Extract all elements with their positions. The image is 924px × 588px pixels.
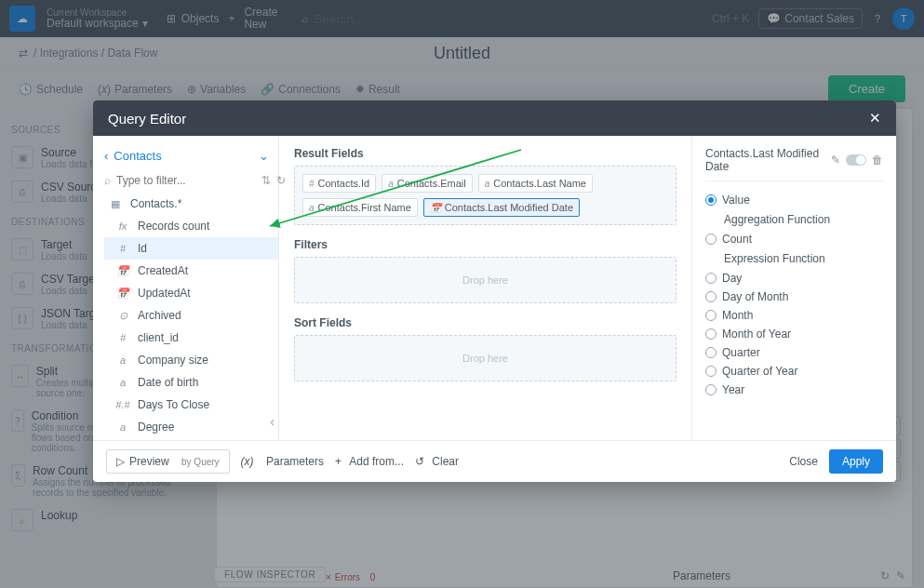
type-icon: a — [115, 421, 130, 433]
field-label: Archived — [138, 309, 181, 322]
field-toggle[interactable] — [846, 154, 866, 166]
filter-input[interactable] — [116, 174, 256, 187]
sort-fields-heading: Sort Fields — [294, 316, 676, 329]
radio-option[interactable]: Month of Year — [705, 325, 883, 343]
modal-header: Query Editor ✕ — [93, 100, 896, 136]
field-row[interactable]: #.#Days To Close — [104, 394, 278, 416]
parameters-link[interactable]: (x) Parameters — [241, 455, 324, 468]
apply-button[interactable]: Apply — [829, 449, 883, 474]
result-field-pill[interactable]: 📅Contacts.Last Modified Date — [423, 198, 580, 217]
field-row[interactable]: #client_id — [104, 327, 278, 349]
radio-option[interactable]: Year — [705, 381, 883, 399]
delete-icon[interactable]: 🗑 — [872, 154, 883, 167]
field-row[interactable]: 📅CreatedAt — [104, 260, 278, 282]
field-row[interactable]: aFavorite Content Topics — [104, 438, 278, 440]
field-row[interactable]: fxRecords count — [104, 215, 278, 237]
field-label: Date of birth — [138, 376, 198, 389]
radio-option[interactable]: Day — [705, 269, 883, 287]
type-icon: a — [115, 354, 130, 366]
radio-option[interactable]: Quarter of Year — [705, 362, 883, 381]
result-field-pill[interactable]: aContacts.Last Name — [478, 174, 593, 193]
result-fields-dropzone[interactable]: #Contacts.IdaContacts.EmailaContacts.Las… — [294, 166, 676, 225]
collapse-panel-icon[interactable]: ‹ — [270, 414, 275, 429]
field-label: Company size — [138, 354, 208, 367]
field-row[interactable]: 📅UpdatedAt — [104, 282, 278, 304]
modal-title: Query Editor — [108, 111, 186, 127]
field-row[interactable]: aDate of birth — [104, 371, 278, 394]
preview-button[interactable]: ▷Preview by Query — [106, 449, 230, 474]
close-button[interactable]: Close — [789, 455, 818, 468]
field-row[interactable]: ⊙Archived — [104, 304, 278, 327]
filters-dropzone[interactable]: Drop here — [294, 257, 676, 303]
type-icon: #.# — [115, 399, 130, 410]
fields-tree-panel: ‹Contacts ⌄ ⌕ ⇅ ↻ ▦ Contacts.* fxRecords… — [93, 136, 279, 440]
field-label: UpdatedAt — [138, 287, 191, 300]
field-row[interactable]: aCompany size — [104, 349, 278, 371]
type-icon: a — [388, 179, 394, 189]
radio-count[interactable]: Count — [705, 230, 883, 248]
query-editor-modal: Query Editor ✕ ‹Contacts ⌄ ⌕ ⇅ ↻ ▦ Conta… — [93, 100, 896, 482]
radio-option[interactable]: Day of Month — [705, 287, 883, 306]
field-label: client_id — [138, 331, 179, 344]
edit-icon[interactable]: ✎ — [831, 154, 840, 167]
object-root[interactable]: ▦ Contacts.* — [104, 193, 278, 215]
sort-fields-dropzone[interactable]: Drop here — [294, 335, 676, 381]
type-icon: # — [115, 243, 130, 254]
search-icon: ⌕ — [104, 174, 111, 187]
expression-fn-label: Expression Function — [705, 248, 883, 269]
type-icon: 📅 — [115, 265, 130, 277]
chevron-down-icon: ⌄ — [259, 149, 269, 163]
type-icon: # — [115, 332, 130, 343]
type-icon: ⊙ — [115, 310, 130, 322]
radio-option[interactable]: Quarter — [705, 343, 883, 362]
table-icon: ▦ — [108, 198, 123, 210]
field-label: Records count — [138, 220, 209, 233]
filters-heading: Filters — [294, 238, 676, 251]
type-icon: # — [309, 179, 315, 189]
query-builder-panel: Result Fields #Contacts.IdaContacts.Emai… — [279, 136, 691, 440]
filter-row: ⌕ ⇅ ↻ — [104, 170, 278, 193]
result-field-pill[interactable]: aContacts.First Name — [302, 198, 418, 217]
type-icon: 📅 — [115, 287, 130, 300]
result-field-pill[interactable]: #Contacts.Id — [302, 174, 376, 193]
aggregation-fn-label: Aggregation Function — [705, 209, 883, 230]
result-fields-heading: Result Fields — [294, 147, 676, 160]
result-field-pill[interactable]: aContacts.Email — [382, 174, 473, 193]
field-row[interactable]: aDegree — [104, 416, 278, 438]
type-icon: a — [115, 377, 130, 388]
type-icon: fx — [115, 220, 130, 232]
field-label: Degree — [138, 421, 174, 434]
add-from-button[interactable]: + Add from... — [335, 455, 404, 468]
radio-option[interactable]: Month — [705, 306, 883, 325]
play-icon: ▷ — [116, 455, 125, 468]
selected-field-name: Contacts.Last Modified Date — [705, 147, 831, 173]
field-row[interactable]: #Id — [104, 237, 278, 260]
modal-footer: ▷Preview by Query (x) Parameters + Add f… — [93, 440, 896, 482]
type-icon: 📅 — [430, 203, 441, 213]
chevron-left-icon: ‹ — [104, 149, 108, 163]
sliders-icon[interactable]: ⇅ — [261, 174, 271, 187]
entity-selector[interactable]: ‹Contacts ⌄ — [104, 145, 278, 170]
type-icon: a — [309, 203, 315, 213]
type-icon: a — [485, 179, 490, 189]
field-label: CreatedAt — [138, 264, 188, 277]
field-label: Id — [138, 242, 147, 255]
field-label: Days To Close — [138, 398, 209, 411]
field-properties-panel: Contacts.Last Modified Date ✎ 🗑 Value Ag… — [691, 136, 896, 440]
close-icon[interactable]: ✕ — [869, 110, 881, 127]
radio-value[interactable]: Value — [705, 191, 883, 209]
clear-button[interactable]: ↺ Clear — [415, 455, 459, 468]
